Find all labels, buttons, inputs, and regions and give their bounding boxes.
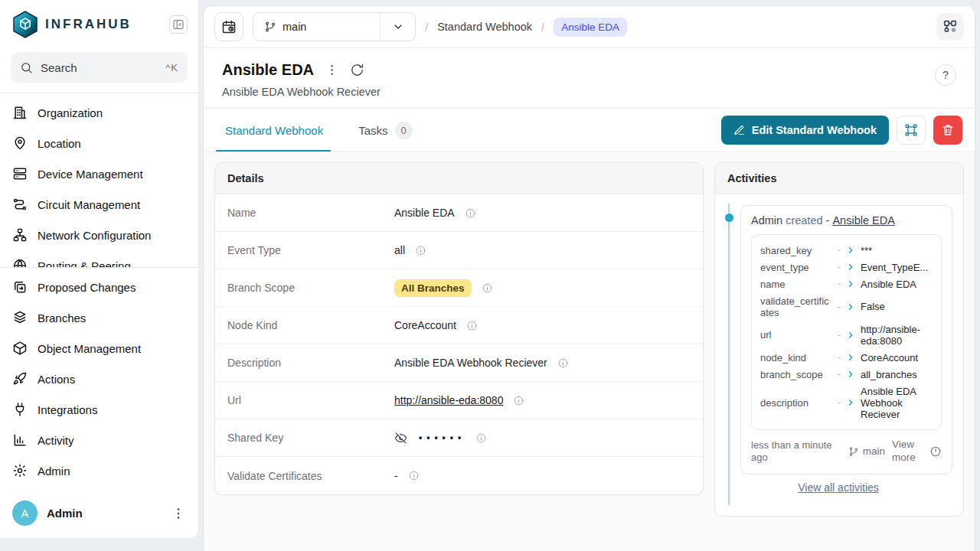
property-name: branch_scope bbox=[760, 369, 832, 380]
activity-property-event_type: event_type-Event_TypeE... bbox=[760, 259, 933, 276]
detail-row-validate-certificates: Validate Certificates- bbox=[215, 457, 703, 494]
detail-row-name: NameAnsible EDA bbox=[215, 194, 703, 232]
property-value: CoreAccount bbox=[861, 352, 933, 364]
time-travel-button[interactable] bbox=[214, 12, 243, 41]
nav-item-label: Admin bbox=[38, 465, 70, 478]
activity-branch: main bbox=[848, 445, 885, 457]
search-input[interactable]: Search ^K bbox=[11, 52, 188, 83]
sidebar-item-activity[interactable]: Activity bbox=[0, 425, 198, 455]
details-card: Details NameAnsible EDAEvent TypeallBran… bbox=[214, 162, 704, 495]
detail-row-node-kind: Node KindCoreAccount bbox=[215, 307, 703, 344]
property-previous-value: - bbox=[838, 397, 841, 408]
nav-item-label: Branches bbox=[38, 311, 86, 324]
plug-icon bbox=[12, 402, 28, 417]
chevron-right-icon bbox=[846, 262, 855, 272]
sidebar-item-organization[interactable]: Organization bbox=[0, 97, 198, 128]
sidebar-item-proposed-changes[interactable]: Proposed Changes bbox=[0, 272, 198, 302]
info-icon[interactable] bbox=[465, 207, 476, 219]
detail-label: Node Kind bbox=[227, 319, 394, 331]
detail-value: •••••• bbox=[394, 432, 487, 445]
activity-object-link[interactable]: Ansible EDA bbox=[832, 214, 894, 227]
sidebar-item-object-management[interactable]: Object Management bbox=[0, 333, 198, 364]
view-all-wrap: View all activities bbox=[724, 474, 952, 507]
schema-visualizer-button[interactable] bbox=[936, 13, 964, 41]
user-menu[interactable]: A Admin bbox=[0, 493, 198, 538]
info-icon[interactable] bbox=[475, 432, 487, 444]
eye-off-icon[interactable] bbox=[394, 432, 407, 445]
property-name: node_kind bbox=[760, 352, 832, 364]
property-previous-value: - bbox=[838, 279, 841, 289]
delete-button[interactable] bbox=[933, 116, 962, 145]
tab-standard-webhook[interactable]: Standard Webhook bbox=[225, 109, 331, 152]
sidebar-item-actions[interactable]: Actions bbox=[0, 364, 198, 394]
info-icon[interactable] bbox=[466, 320, 478, 331]
property-name: url bbox=[760, 329, 832, 341]
git-branch-icon bbox=[848, 446, 859, 457]
calendar-clock-icon bbox=[221, 19, 237, 34]
breadcrumb-current[interactable]: Ansible EDA bbox=[554, 18, 627, 37]
sidebar-item-branches[interactable]: Branches bbox=[0, 302, 198, 333]
sidebar-item-routing-peering[interactable]: Routing & Peering bbox=[0, 250, 198, 267]
activity-entry: Admin created - Ansible EDA shared_key-*… bbox=[740, 205, 952, 474]
title-kebab-icon[interactable] bbox=[325, 63, 339, 77]
breadcrumb-separator: / bbox=[425, 21, 428, 34]
property-previous-value: - bbox=[838, 262, 841, 272]
property-name: description bbox=[760, 397, 832, 409]
breadcrumb-parent[interactable]: Standard Webhook bbox=[437, 21, 532, 33]
view-more-link[interactable]: View more bbox=[892, 439, 923, 465]
property-previous-value: - bbox=[838, 302, 841, 312]
branch-selector-caret[interactable] bbox=[380, 13, 415, 41]
refresh-icon[interactable] bbox=[350, 63, 364, 77]
detail-row-description: DescriptionAnsible EDA Webhook Reciever bbox=[215, 344, 703, 382]
sidebar-item-admin[interactable]: Admin bbox=[0, 455, 198, 486]
chevron-right-icon bbox=[846, 398, 855, 407]
detail-value-text: all bbox=[394, 244, 405, 256]
nav-item-label: Object Management bbox=[38, 342, 141, 355]
info-icon[interactable] bbox=[482, 282, 493, 294]
property-value: Ansible EDA Webhook Reciever bbox=[861, 386, 933, 420]
sidebar-item-location[interactable]: Location bbox=[0, 128, 198, 158]
url-link[interactable]: http://ansible-eda:8080 bbox=[394, 394, 503, 406]
info-icon[interactable] bbox=[557, 357, 569, 369]
activity-title: Admin created - Ansible EDA bbox=[751, 214, 942, 227]
user-kebab-icon[interactable] bbox=[171, 506, 186, 521]
sidebar-item-device-management[interactable]: Device Management bbox=[0, 158, 198, 189]
detail-label: Name bbox=[227, 207, 394, 219]
rocket-icon bbox=[12, 371, 28, 386]
sidebar-collapse-button[interactable] bbox=[169, 15, 188, 34]
property-value: all_branches bbox=[861, 369, 933, 380]
tabs-bar: Standard Webhook Tasks 0 Edit Standard W… bbox=[204, 109, 975, 152]
sidebar: INFRAHUB Search ^K OrganizationLocationD… bbox=[0, 0, 199, 539]
sidebar-item-circuit-management[interactable]: Circuit Management bbox=[0, 189, 198, 220]
activity-property-url: url-http://ansible-eda:8080 bbox=[760, 321, 933, 349]
diff-icon bbox=[12, 279, 28, 295]
activity-property-name: name-Ansible EDA bbox=[760, 276, 933, 292]
sidebar-item-integrations[interactable]: Integrations bbox=[0, 394, 198, 425]
nav-item-label: Routing & Peering bbox=[38, 259, 131, 268]
property-previous-value: - bbox=[838, 330, 841, 341]
edit-button[interactable]: Edit Standard Webhook bbox=[721, 116, 889, 145]
activity-property-validate_certificates: validate_certificates-False bbox=[760, 292, 933, 321]
info-icon[interactable] bbox=[415, 245, 426, 256]
nav-item-label: Organization bbox=[38, 106, 103, 119]
pencil-icon bbox=[733, 125, 745, 136]
nav-item-label: Device Management bbox=[38, 168, 143, 181]
info-icon[interactable] bbox=[408, 470, 420, 481]
help-button[interactable]: ? bbox=[935, 64, 956, 86]
tab-tasks[interactable]: Tasks 0 bbox=[358, 109, 420, 152]
user-name: Admin bbox=[47, 507, 162, 520]
view-all-activities-link[interactable]: View all activities bbox=[798, 481, 879, 494]
detail-value: All Branches bbox=[394, 279, 493, 297]
info-icon[interactable] bbox=[513, 395, 524, 406]
detail-label: Branch Scope bbox=[227, 282, 394, 294]
manage-groups-button[interactable] bbox=[897, 116, 926, 145]
chart-icon bbox=[12, 432, 28, 448]
branch-selector[interactable]: main bbox=[253, 12, 416, 41]
tab-tasks-badge: 0 bbox=[395, 122, 413, 139]
secret-value: •••••• bbox=[419, 432, 466, 443]
activity-footer: less than a minute ago main View more bbox=[751, 439, 942, 465]
chevron-right-icon bbox=[846, 353, 855, 362]
history-clock-icon[interactable] bbox=[929, 445, 942, 458]
sidebar-item-network-configuration[interactable]: Network Configuration bbox=[0, 220, 198, 250]
timeline-dot bbox=[725, 214, 733, 222]
